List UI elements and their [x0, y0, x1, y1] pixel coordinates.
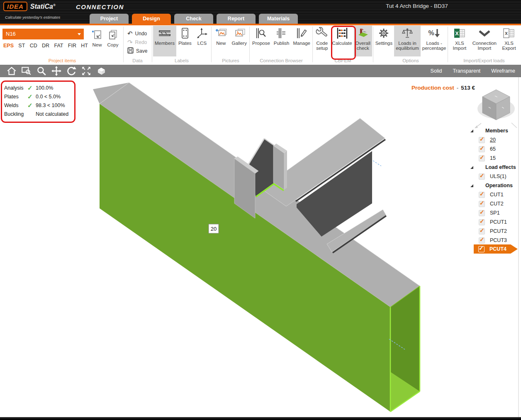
gallery-button[interactable]: Gallery — [229, 26, 249, 56]
tree-item-member-15[interactable]: ✓ 15 — [469, 154, 520, 163]
filter-ht[interactable]: HT — [81, 43, 88, 49]
scene-3d[interactable]: 20 — [0, 77, 521, 417]
code-setup-button[interactable]: Code setup — [314, 26, 331, 56]
new-picture-button[interactable]: New — [212, 26, 229, 56]
tree-item-label[interactable]: PCUT1 — [490, 219, 507, 225]
undo-button[interactable]: ↶ Undo — [124, 29, 151, 38]
tree-item-label[interactable]: PCUT2 — [490, 228, 507, 234]
filter-st[interactable]: ST — [18, 43, 25, 49]
new-project-item-button[interactable]: New — [90, 27, 105, 58]
tab-design[interactable]: Design — [132, 14, 171, 24]
tree-item-pcut1[interactable]: ✓ PCUT1 — [469, 217, 520, 227]
tree-item-label[interactable]: PCUT4 — [489, 246, 506, 252]
status-label: Analysis — [4, 85, 27, 91]
tree-item-cut1[interactable]: ✓ CUT1 — [469, 190, 520, 199]
manage-button[interactable]: Manage — [291, 26, 312, 56]
filter-cd[interactable]: CD — [30, 43, 37, 49]
expander-triangle-icon[interactable] — [470, 129, 473, 132]
expander-triangle-icon[interactable] — [470, 166, 473, 169]
members-labels-button[interactable]: Members — [153, 26, 176, 56]
checkbox-checked[interactable]: ✓ — [479, 228, 485, 234]
copy-project-item-button[interactable]: Copy — [105, 27, 120, 58]
zoom-fit-button[interactable] — [79, 65, 94, 77]
tab-report[interactable]: Report — [217, 14, 256, 24]
tree-item-label[interactable]: 15 — [490, 155, 496, 161]
checkbox-checked[interactable]: ✓ — [479, 210, 485, 216]
propose-search-icon — [255, 27, 267, 39]
product-name: CONNECTION — [76, 3, 124, 10]
wrench-icon — [316, 27, 328, 39]
solid-view-box-icon[interactable] — [94, 65, 109, 77]
tab-check[interactable]: Check — [174, 14, 213, 24]
checkbox-checked[interactable]: ✓ — [479, 155, 485, 161]
navigation-cube[interactable] — [475, 90, 517, 128]
project-item-combobox[interactable]: N16 — [2, 29, 84, 39]
tab-project[interactable]: Project — [90, 14, 129, 24]
xls-import-button[interactable]: X XLS Import — [449, 26, 470, 56]
tree-item-label[interactable]: SP1 — [490, 210, 500, 216]
member-label-text: 20 — [211, 226, 217, 232]
tree-item-sp1[interactable]: ✓ SP1 — [469, 208, 520, 217]
model-viewport[interactable]: 20 Analysis ✓ 100.0% Plates ✓ 0.0 < 5.0% — [0, 77, 521, 417]
expander-triangle-icon[interactable] — [470, 184, 473, 187]
check-icon: ✓ — [27, 84, 36, 92]
filter-fat[interactable]: FAT — [54, 43, 63, 49]
checkbox-checked[interactable]: ✓ — [479, 137, 485, 143]
loads-percentage-button[interactable]: % Loads - percentage — [421, 26, 448, 56]
pan-button[interactable] — [49, 65, 64, 77]
tree-item-label[interactable]: ULS(1) — [490, 173, 506, 179]
tree-item-pcut2[interactable]: ✓ PCUT2 — [469, 227, 520, 236]
checkbox-checked[interactable]: ✓ — [479, 146, 485, 152]
tree-item-label[interactable]: CUT2 — [490, 201, 504, 207]
home-view-button[interactable] — [4, 65, 19, 77]
settings-button[interactable]: Settings — [374, 26, 394, 56]
checkbox-checked[interactable]: ✓ — [479, 219, 485, 225]
propose-button[interactable]: Propose — [251, 26, 272, 56]
connection-import-button[interactable]: Connection Import — [470, 26, 499, 56]
zoom-window-button[interactable] — [19, 65, 34, 77]
xls-export-icon: x — [503, 27, 515, 39]
publish-button[interactable]: Publish — [272, 26, 292, 56]
tree-item-pcut4-selected[interactable]: ✓ PCUT4 — [474, 244, 518, 254]
check-icon: ✓ — [27, 102, 36, 109]
xls-export-button[interactable]: x XLS Export — [499, 26, 519, 56]
tree-item-pcut3[interactable]: ✓ PCUT3 — [469, 236, 520, 245]
tree-header-load-effects[interactable]: Load effects — [469, 163, 520, 172]
rotate-view-button[interactable] — [64, 65, 79, 77]
redo-button[interactable]: ↷ Redo — [124, 38, 151, 46]
tree-item-member-20[interactable]: ✓ 20 — [469, 135, 520, 144]
overall-check-button[interactable]: Overall check — [354, 26, 372, 56]
tree-item-label[interactable]: PCUT3 — [490, 237, 507, 243]
status-label: Buckling — [4, 111, 27, 117]
lcs-labels-button[interactable]: LCS — [194, 26, 210, 56]
checkbox-checked[interactable]: ✓ — [479, 201, 485, 207]
tree-item-label[interactable]: CUT1 — [490, 192, 504, 198]
member-label-20[interactable]: 20 — [209, 224, 219, 233]
plates-labels-button[interactable]: Plates — [176, 26, 194, 56]
zoom-button[interactable] — [34, 65, 49, 77]
mode-wireframe[interactable]: Wireframe — [491, 68, 515, 74]
save-button[interactable]: Save — [124, 46, 151, 55]
tree-item-label[interactable]: 20 — [490, 137, 496, 143]
loads-in-equilibrium-label-1: Loads in — [398, 41, 416, 46]
mode-transparent[interactable]: Transparent — [453, 68, 480, 74]
filter-fir[interactable]: FIR — [68, 43, 76, 49]
mode-solid[interactable]: Solid — [431, 68, 442, 74]
tab-materials[interactable]: Materials — [259, 14, 298, 24]
filter-eps[interactable]: EPS — [3, 43, 14, 49]
tree-header-operations[interactable]: Operations — [469, 181, 520, 190]
tree-item-member-65[interactable]: ✓ 65 — [469, 144, 520, 154]
checkbox-checked[interactable]: ✓ — [479, 192, 485, 198]
checkbox-checked[interactable]: ✓ — [478, 246, 484, 252]
status-label: Plates — [4, 94, 27, 100]
stub-right-plate-front-face[interactable] — [273, 146, 284, 190]
checkbox-checked[interactable]: ✓ — [479, 173, 485, 180]
tree-item-uls1[interactable]: ✓ ULS(1) — [469, 172, 520, 181]
filter-dr[interactable]: DR — [42, 43, 49, 49]
checkbox-checked[interactable]: ✓ — [479, 237, 485, 244]
tree-header-members[interactable]: Members — [469, 126, 520, 135]
tree-item-label[interactable]: 65 — [490, 146, 496, 152]
code-setup-label-2: setup — [316, 46, 328, 51]
tree-item-cut2[interactable]: ✓ CUT2 — [469, 199, 520, 208]
loads-in-equilibrium-button[interactable]: Loads in equilibrium — [394, 26, 421, 56]
